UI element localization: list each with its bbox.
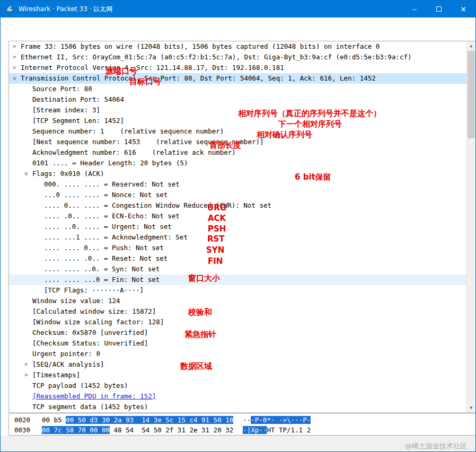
minimize-icon: — xyxy=(412,6,417,13)
tree-row[interactable]: Urgent pointer: 0 xyxy=(9,349,475,359)
tree-row[interactable]: Sequence number: 1 (relative sequence nu… xyxy=(9,126,475,137)
tree-row[interactable]: .... ...1 .... = Acknowledgment: Set xyxy=(9,232,475,243)
tree-row[interactable]: >Frame 33: 1506 bytes on wire (12048 bit… xyxy=(9,41,475,52)
maximize-icon xyxy=(436,6,442,12)
expand-icon[interactable]: > xyxy=(24,359,32,370)
indent-spacer xyxy=(24,402,32,412)
tree-row[interactable]: TCP segment data (1452 bytes) xyxy=(9,402,475,412)
maximize-button[interactable] xyxy=(427,1,451,17)
tree-row[interactable]: [Window size scaling factor: 128] xyxy=(9,317,475,327)
expand-icon[interactable]: > xyxy=(13,41,21,52)
hex-row[interactable]: 002000 b5 00 50 d3 30 2a 93 14 3e 5c 15 … xyxy=(9,415,475,425)
tree-row[interactable]: .... ..0. .... = Urgent: Not set xyxy=(9,221,475,232)
tree-row-label: .... 0... .... = Congestion Window Reduc… xyxy=(44,200,271,211)
tree-row-label: Internet Protocol Version 4, Src: 121.14… xyxy=(21,63,284,73)
tree-row-label: .... ..0. .... = Urgent: Not set xyxy=(44,221,172,232)
tree-row[interactable]: ...0 .... .... = Nonce: Not set xyxy=(9,190,475,200)
tree-row[interactable]: >Internet Protocol Version 4, Src: 121.1… xyxy=(9,63,475,73)
window-controls: — × xyxy=(402,1,475,17)
scroll-down-icon[interactable]: ▼ xyxy=(467,403,475,412)
indent-spacer xyxy=(36,179,44,190)
tree-row-label: [Next sequence number: 1453 (relative se… xyxy=(32,137,264,147)
indent-spacer xyxy=(24,317,32,327)
hex-offset: 0020 xyxy=(14,415,39,425)
tree-row[interactable]: >[Timestamps] xyxy=(9,370,475,380)
tree-row[interactable]: .... .... ..0. = Syn: Not set xyxy=(9,264,475,274)
indent-spacer xyxy=(36,264,44,274)
hex-bytes[interactable]: 00 7c 58 70 00 00 48 54 54 50 2f 31 2e 3… xyxy=(42,425,233,435)
tree-row-label: [Checksum Status: Unverified] xyxy=(32,338,148,349)
scrollbar-thumb[interactable] xyxy=(468,51,475,138)
tree-row[interactable]: [Checksum Status: Unverified] xyxy=(9,338,475,349)
tree-row[interactable]: .... .... .0.. = Reset: Not set xyxy=(9,253,475,264)
tree-row[interactable]: >[SEQ/ACK analysis] xyxy=(9,359,475,370)
tree-row[interactable]: >Ethernet II, Src: OrayCom_01:5c:7a (a0:… xyxy=(9,52,475,63)
tree-row-label: .... .0.. .... = ECN-Echo: Not set xyxy=(44,211,180,221)
tree-row-label: TCP segment data (1452 bytes) xyxy=(32,402,148,412)
hex-ascii[interactable]: ···P·0*· ·>\···P· xyxy=(243,415,311,425)
close-icon: × xyxy=(461,5,466,14)
wireshark-logo-icon xyxy=(5,5,14,14)
scroll-up-icon[interactable]: ▲ xyxy=(467,41,475,50)
hex-row[interactable]: 003000 7c 58 70 00 00 48 54 54 50 2f 31 … xyxy=(9,425,475,435)
close-window-button[interactable]: × xyxy=(451,1,475,17)
collapse-icon[interactable]: v xyxy=(13,73,21,84)
tree-row[interactable]: .... .0.. .... = ECN-Echo: Not set xyxy=(9,211,475,221)
tree-row-label: [TCP Segment Len: 1452] xyxy=(32,116,124,126)
tree-row[interactable]: [Calculated window size: 15872] xyxy=(9,306,475,317)
tree-row-label: [TCP Flags: ·······A····] xyxy=(44,285,144,296)
indent-spacer xyxy=(24,349,32,359)
hex-bytes-unselected: 48 54 54 50 2f 31 2e 31 20 32 xyxy=(110,426,233,434)
expand-icon[interactable]: > xyxy=(13,63,21,73)
tree-row[interactable]: vTransmission Control Protocol, Src Port… xyxy=(9,73,475,84)
tree-row-label: Acknowledgment number: 616 (relative ack… xyxy=(32,147,236,158)
tree-row[interactable]: [TCP Flags: ·······A····] xyxy=(9,285,475,296)
tree-row[interactable]: .... .... 0... = Push: Not set xyxy=(9,243,475,253)
hex-bytes-selected: 00 7c 58 70 00 00 xyxy=(42,426,110,434)
tree-row[interactable]: 000. .... .... = Reserved: Not set xyxy=(9,179,475,190)
ascii-selected: ·|Xp·· xyxy=(243,426,267,434)
tree-row[interactable]: Source Port: 80 xyxy=(9,84,475,94)
expand-icon[interactable]: > xyxy=(24,370,32,380)
packet-detail-pane: >Frame 33: 1506 bytes on wire (12048 bit… xyxy=(8,41,476,413)
tree-row[interactable]: .... 0... .... = Congestion Window Reduc… xyxy=(9,200,475,211)
ascii-selected: ·P·0*· ·>\···P· xyxy=(251,416,311,424)
indent-spacer xyxy=(24,296,32,306)
tree-row[interactable]: Checksum: 0x5870 [unverified] xyxy=(9,327,475,338)
hex-dump: 002000 b5 00 50 d3 30 2a 93 14 3e 5c 15 … xyxy=(9,415,475,435)
vertical-scrollbar[interactable]: ▲ ▼ xyxy=(466,41,475,412)
tree-row[interactable]: [Next sequence number: 1453 (relative se… xyxy=(9,137,475,147)
expand-icon[interactable]: > xyxy=(13,52,21,63)
hex-ascii[interactable]: ·|Xp··HT TP/1.1 2 xyxy=(243,425,311,435)
tree-row[interactable]: Window size value: 124 xyxy=(9,296,475,306)
hex-bytes-unselected: 00 b5 xyxy=(42,416,66,424)
indent-spacer xyxy=(24,158,32,169)
indent-spacer xyxy=(24,116,32,126)
indent-spacer xyxy=(24,338,32,349)
tree-row[interactable]: vFlags: 0x010 (ACK) xyxy=(9,169,475,179)
tree-row-label: .... .... ..0. = Syn: Not set xyxy=(44,264,160,274)
tree-row-label: ...0 .... .... = Nonce: Not set xyxy=(44,190,168,200)
minimize-button[interactable]: — xyxy=(402,1,427,17)
tree-row[interactable]: Destination Port: 54064 xyxy=(9,94,475,105)
tree-row-label: .... .... 0... = Push: Not set xyxy=(44,243,164,253)
tree-row[interactable]: TCP payload (1452 bytes) xyxy=(9,380,475,391)
tree-row-label: Transmission Control Protocol, Src Port:… xyxy=(21,73,376,84)
ascii-unselected: HT TP/1.1 2 xyxy=(267,426,311,434)
indent-spacer xyxy=(24,84,32,94)
collapse-icon[interactable]: v xyxy=(24,169,32,179)
ascii-unselected: ·· xyxy=(243,416,251,424)
reassembled-pdu-link[interactable]: [Reassembled PDU in frame: 152] xyxy=(32,391,156,402)
tree-row[interactable]: .... .... ...0 = Fin: Not set xyxy=(9,274,475,285)
hex-bytes[interactable]: 00 b5 00 50 d3 30 2a 93 14 3e 5c 15 c4 9… xyxy=(42,415,233,425)
tree-row[interactable]: [Reassembled PDU in frame: 152] xyxy=(9,391,475,402)
tree-row-label: 000. .... .... = Reserved: Not set xyxy=(44,179,180,190)
tree-row-label: Urgent pointer: 0 xyxy=(32,349,100,359)
title-bar[interactable]: Wireshark · Packet 33 · 以太网 — × xyxy=(1,1,475,17)
indent-spacer xyxy=(36,253,44,264)
tree-row[interactable]: 0101 .... = Header Length: 20 bytes (5) xyxy=(9,158,475,169)
indent-spacer xyxy=(36,232,44,243)
tree-row[interactable]: [TCP Segment Len: 1452] xyxy=(9,116,475,126)
tree-row[interactable]: Acknowledgment number: 616 (relative ack… xyxy=(9,147,475,158)
tree-row[interactable]: [Stream index: 3] xyxy=(9,105,475,116)
